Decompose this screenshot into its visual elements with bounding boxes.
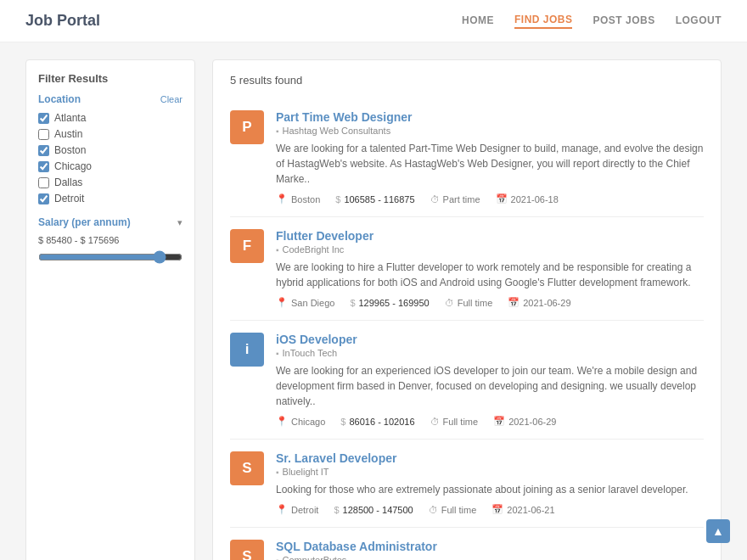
- job-company-2: ▪ CodeBright Inc: [276, 244, 704, 255]
- job-details-5: SQL Database Administrator ▪ ComputerByt…: [276, 540, 704, 560]
- location-chicago[interactable]: Chicago: [38, 160, 179, 172]
- job-type-2: ⏱ Full time: [445, 298, 493, 308]
- location-boston-label: Boston: [54, 144, 86, 156]
- location-list: Atlanta Austin Boston Chicago Dallas Det…: [38, 112, 183, 204]
- job-details-4: Sr. Laravel Developer ▪ Bluelight IT Loo…: [276, 451, 704, 515]
- location-atlanta-checkbox[interactable]: [38, 113, 49, 124]
- job-date-2: 📅 2021-06-29: [508, 297, 570, 308]
- building-icon-4: ▪: [276, 468, 279, 477]
- location-dallas[interactable]: Dallas: [38, 176, 179, 188]
- nav-logout[interactable]: LOGOUT: [676, 14, 722, 28]
- location-label: Location: [38, 93, 81, 105]
- location-atlanta[interactable]: Atlanta: [38, 112, 179, 124]
- job-title-4[interactable]: Sr. Laravel Developer: [276, 451, 704, 465]
- building-icon-3: ▪: [276, 349, 279, 358]
- location-austin-label: Austin: [54, 128, 82, 140]
- location-detroit-label: Detroit: [54, 193, 84, 204]
- nav-post-jobs[interactable]: POST JOBS: [593, 14, 654, 28]
- location-icon-3: 📍: [276, 416, 288, 427]
- job-description-4: Looking for those who are extremely pass…: [276, 482, 704, 497]
- scroll-top-button[interactable]: ▲: [706, 519, 730, 543]
- job-meta-4: 📍 Detroit $ 128500 - 147500 ⏱ Full time …: [276, 504, 704, 515]
- results-count: 5 results found: [230, 74, 704, 87]
- building-icon-5: ▪: [276, 556, 279, 561]
- job-salary-2: $ 129965 - 169950: [350, 298, 429, 308]
- type-icon-2: ⏱: [445, 298, 454, 308]
- job-type-3: ⏱ Full time: [430, 417, 479, 427]
- job-avatar-2: F: [230, 229, 264, 263]
- clear-location-button[interactable]: Clear: [160, 94, 183, 104]
- job-type-4: ⏱ Full time: [429, 505, 477, 515]
- job-card-2: F Flutter Developer ▪ CodeBright Inc We …: [230, 217, 704, 321]
- salary-filter-header[interactable]: Salary (per annum) ▾: [38, 216, 183, 228]
- job-description-2: We are looking to hire a Flutter develop…: [276, 260, 704, 290]
- job-details-1: Part Time Web Designer ▪ Hashtag Web Con…: [276, 110, 704, 204]
- job-card-5: S SQL Database Administrator ▪ ComputerB…: [230, 528, 704, 560]
- salary-range-text: $ 85480 - $ 175696: [38, 235, 183, 245]
- location-filter-header: Location Clear: [38, 93, 183, 105]
- job-location-1: 📍 Boston: [276, 193, 320, 204]
- location-dallas-label: Dallas: [54, 176, 82, 188]
- job-date-1: 📅 2021-06-18: [496, 193, 559, 204]
- date-icon-4: 📅: [491, 504, 503, 515]
- main-nav: HOME FIND JOBS POST JOBS LOGOUT: [462, 14, 722, 29]
- job-description-3: We are looking for an experienced iOS de…: [276, 363, 704, 409]
- sidebar: Filter Results Location Clear Atlanta Au…: [25, 59, 195, 560]
- salary-label: Salary (per annum): [38, 216, 131, 228]
- salary-slider[interactable]: [38, 250, 183, 264]
- job-details-3: iOS Developer ▪ InTouch Tech We are look…: [276, 333, 704, 427]
- job-meta-2: 📍 San Diego $ 129965 - 169950 ⏱ Full tim…: [276, 297, 704, 308]
- job-location-2: 📍 San Diego: [276, 297, 334, 308]
- job-company-3: ▪ InTouch Tech: [276, 348, 704, 358]
- job-avatar-3: i: [230, 333, 264, 367]
- location-chicago-checkbox[interactable]: [38, 161, 49, 172]
- type-icon-4: ⏱: [429, 505, 438, 515]
- job-description-1: We are looking for a talented Part-Time …: [276, 141, 704, 187]
- nav-home[interactable]: HOME: [462, 14, 494, 28]
- job-salary-1: $ 106585 - 116875: [335, 194, 414, 204]
- job-card-3: i iOS Developer ▪ InTouch Tech We are lo…: [230, 321, 704, 440]
- salary-icon: $: [335, 194, 340, 204]
- building-icon-2: ▪: [276, 245, 279, 255]
- date-icon: 📅: [496, 193, 508, 204]
- job-title-3[interactable]: iOS Developer: [276, 333, 704, 346]
- app-logo: Job Portal: [25, 12, 100, 30]
- location-chicago-label: Chicago: [54, 160, 92, 172]
- job-salary-4: $ 128500 - 147500: [334, 505, 413, 515]
- chevron-down-icon: ▾: [177, 217, 183, 228]
- filter-title: Filter Results: [38, 72, 183, 85]
- job-company-4: ▪ Bluelight IT: [276, 467, 704, 477]
- location-austin[interactable]: Austin: [38, 128, 179, 140]
- job-title-2[interactable]: Flutter Developer: [276, 229, 704, 243]
- job-meta-3: 📍 Chicago $ 86016 - 102016 ⏱ Full time 📅…: [276, 416, 704, 427]
- nav-find-jobs[interactable]: FIND JOBS: [514, 14, 573, 29]
- location-boston[interactable]: Boston: [38, 144, 179, 156]
- salary-icon-4: $: [334, 505, 339, 515]
- job-location-4: 📍 Detroit: [276, 504, 318, 515]
- job-date-3: 📅 2021-06-29: [493, 416, 556, 427]
- location-detroit[interactable]: Detroit: [38, 193, 179, 204]
- job-avatar-1: P: [230, 110, 264, 144]
- job-avatar-5: S: [230, 540, 264, 560]
- location-icon-2: 📍: [276, 297, 288, 308]
- job-title-1[interactable]: Part Time Web Designer: [276, 110, 704, 124]
- job-type-1: ⏱ Part time: [430, 194, 480, 204]
- location-austin-checkbox[interactable]: [38, 129, 49, 140]
- job-salary-3: $ 86016 - 102016: [340, 417, 414, 427]
- job-card-4: S Sr. Laravel Developer ▪ Bluelight IT L…: [230, 440, 704, 528]
- salary-icon-3: $: [340, 417, 345, 427]
- type-icon-3: ⏱: [430, 417, 440, 427]
- location-icon-4: 📍: [276, 504, 288, 515]
- job-card-1: P Part Time Web Designer ▪ Hashtag Web C…: [230, 98, 704, 217]
- job-title-5[interactable]: SQL Database Administrator: [276, 540, 704, 553]
- location-dallas-checkbox[interactable]: [38, 177, 49, 188]
- job-date-4: 📅 2021-06-21: [491, 504, 554, 515]
- date-icon-2: 📅: [508, 297, 520, 308]
- date-icon-3: 📅: [493, 416, 505, 427]
- location-boston-checkbox[interactable]: [38, 145, 49, 156]
- location-detroit-checkbox[interactable]: [38, 193, 49, 204]
- salary-filter: Salary (per annum) ▾ $ 85480 - $ 175696: [38, 216, 183, 266]
- header: Job Portal HOME FIND JOBS POST JOBS LOGO…: [0, 0, 747, 42]
- job-company-5: ▪ ComputerBytes: [276, 555, 704, 560]
- job-details-2: Flutter Developer ▪ CodeBright Inc We ar…: [276, 229, 704, 308]
